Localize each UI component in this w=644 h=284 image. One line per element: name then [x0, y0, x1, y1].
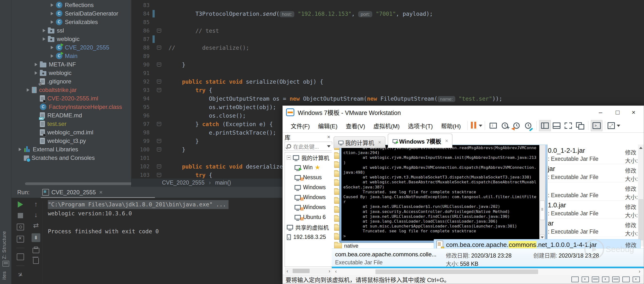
scroll-left-icon[interactable]: ‹	[284, 268, 290, 274]
usb-device-icon[interactable]	[612, 277, 620, 282]
expand-arrow-icon[interactable]	[51, 3, 54, 7]
tree-item[interactable]: CVE-2020-2555.iml	[12, 94, 131, 103]
printer-device-icon[interactable]	[622, 277, 630, 282]
fold-marker-icon[interactable]	[157, 139, 161, 143]
tree-item[interactable]: weblogic	[12, 69, 131, 77]
power-pause-button[interactable]	[470, 120, 482, 131]
layout-settings-icon[interactable]	[17, 254, 24, 260]
scrollbar-thumb[interactable]	[540, 201, 545, 220]
library-hscrollbar[interactable]: ‹ ›	[284, 268, 332, 274]
scrollbar-thumb[interactable]	[376, 270, 538, 274]
rerun-button[interactable]	[18, 201, 23, 208]
library-item[interactable]: Windows	[285, 182, 332, 192]
take-snapshot-button[interactable]	[499, 120, 511, 131]
library-item[interactable]: Win★	[285, 163, 332, 172]
fold-marker-icon[interactable]	[157, 122, 161, 126]
tree-item[interactable]: test.ser	[12, 120, 131, 128]
cmd-window[interactable]: at weblogic.rjvm.MsgAbbrevJVMConnection.…	[340, 145, 547, 243]
file-row[interactable]: jar: Executable Jar File修改大小:	[548, 164, 636, 182]
library-search-box[interactable]: 在此处键...	[284, 142, 332, 151]
explorer-hscrollbar[interactable]: ‹ ›	[332, 268, 644, 275]
tree-item[interactable]: cobaltstrike.jar	[12, 86, 131, 94]
scrollbar-thumb[interactable]	[292, 269, 310, 273]
expand-arrow-icon[interactable]	[51, 46, 54, 49]
tree-item[interactable]: weblogic_t3.py	[12, 137, 131, 145]
breadcrumb-class[interactable]: CVE_2020_2555	[162, 180, 204, 186]
tree-item[interactable]: External Libraries	[12, 145, 131, 154]
close-icon[interactable]: ×	[327, 134, 330, 140]
expand-arrow-icon[interactable]	[43, 37, 46, 41]
file-list-scrollbar[interactable]	[638, 145, 644, 247]
chevron-down-icon[interactable]	[327, 145, 330, 147]
tree-item[interactable]: .gitignore	[12, 77, 131, 86]
tree-item[interactable]: CSerializables	[12, 18, 131, 26]
library-item[interactable]: 192.168.3.25	[285, 232, 332, 242]
print-icon[interactable]	[32, 248, 39, 253]
file-row[interactable]: : Executable Jar File修改大小:	[548, 182, 636, 201]
scroll-right-icon[interactable]: ›	[637, 269, 642, 274]
hdd-device-icon[interactable]	[572, 277, 579, 282]
close-button[interactable]: ×	[627, 108, 640, 116]
file-row[interactable]: ar: Executable Jar File修改大小:	[548, 219, 636, 237]
file-row[interactable]: 1.0.jar: Executable Jar File修改大小:	[548, 201, 636, 219]
expand-arrow-icon[interactable]	[51, 12, 54, 15]
maximize-button[interactable]: □	[611, 108, 624, 116]
manage-snapshots-button[interactable]	[522, 120, 534, 131]
library-item[interactable]: Windows	[285, 192, 332, 202]
dump-threads-icon[interactable]	[17, 224, 24, 230]
stretch-guest-button[interactable]: ⤢	[608, 120, 620, 131]
fold-marker-icon[interactable]	[157, 63, 161, 67]
expand-arrow-icon[interactable]	[35, 63, 38, 66]
tree-item[interactable]: weblogic_cmd.iml	[12, 128, 131, 137]
tree-item[interactable]: ssl	[12, 26, 131, 35]
scrollbar-thumb[interactable]	[638, 199, 643, 240]
show-library-button[interactable]	[539, 120, 551, 131]
fold-marker-icon[interactable]	[157, 29, 161, 33]
kill-process-icon[interactable]	[17, 236, 24, 243]
grid-icon[interactable]	[2, 261, 9, 267]
expand-arrow-icon[interactable]	[35, 71, 38, 75]
library-item[interactable]: Nessus	[285, 172, 332, 182]
menu-item[interactable]: 查看(V)	[342, 123, 369, 129]
project-tree-hscrollbar[interactable]	[25, 182, 131, 185]
expand-arrow-icon[interactable]	[19, 148, 21, 151]
close-icon[interactable]: ×	[378, 139, 381, 146]
expand-arrow-icon[interactable]	[27, 88, 30, 92]
fullscreen-button[interactable]	[562, 120, 574, 131]
fold-marker-icon[interactable]	[157, 164, 161, 169]
library-item[interactable]: Ubuntu 6	[285, 212, 332, 222]
tree-item[interactable]: CSerialDataGenerator	[12, 9, 131, 18]
scroll-left-icon[interactable]: ‹	[333, 269, 339, 274]
close-icon[interactable]: ×	[445, 138, 448, 144]
vm-screen[interactable]: usutiwlscoinL1seaeilocalenative at weblo…	[332, 145, 644, 275]
pin-tab-icon[interactable]: ✈	[16, 271, 25, 280]
expand-arrow-icon[interactable]	[43, 29, 46, 32]
close-icon[interactable]: ×	[99, 189, 103, 196]
tree-item[interactable]: CFactoryInstanceHelper.class	[12, 103, 131, 111]
breadcrumb-method[interactable]: main()	[215, 180, 231, 186]
scroll-to-end-button[interactable]: ⇟	[32, 233, 40, 242]
up-stacktrace-icon[interactable]: ↑	[34, 201, 38, 207]
soft-wrap-icon[interactable]: ⇄	[33, 223, 38, 229]
run-tab[interactable]: CVE_2020_2555 ×	[41, 187, 104, 198]
show-console-button[interactable]: >_	[591, 120, 602, 131]
tree-item[interactable]: META-INF	[12, 60, 131, 69]
expand-arrow-icon[interactable]	[51, 54, 54, 58]
tree-item[interactable]: CMain	[12, 52, 131, 60]
unity-button[interactable]	[574, 120, 586, 131]
favorites-tool-label[interactable]: ites	[2, 271, 7, 280]
tree-item[interactable]: weblogic	[12, 35, 131, 43]
revert-snapshot-button[interactable]	[511, 120, 522, 131]
vm-tab[interactable]: Windows 7模板×	[388, 134, 452, 148]
scroll-up-icon[interactable]	[638, 145, 644, 150]
stop-button[interactable]	[18, 213, 23, 218]
fold-marker-icon[interactable]	[157, 46, 161, 50]
show-thumbnails-button[interactable]	[551, 120, 562, 131]
tree-item[interactable]: CCVE_2020_2555	[12, 43, 131, 52]
tree-item[interactable]: CReflections	[12, 1, 131, 9]
library-item[interactable]: Windows	[285, 202, 332, 212]
menu-item[interactable]: 文件(F)	[286, 123, 314, 129]
down-stacktrace-icon[interactable]: ↓	[34, 212, 38, 218]
fold-marker-icon[interactable]	[157, 147, 161, 152]
fold-marker-icon[interactable]	[157, 79, 161, 84]
